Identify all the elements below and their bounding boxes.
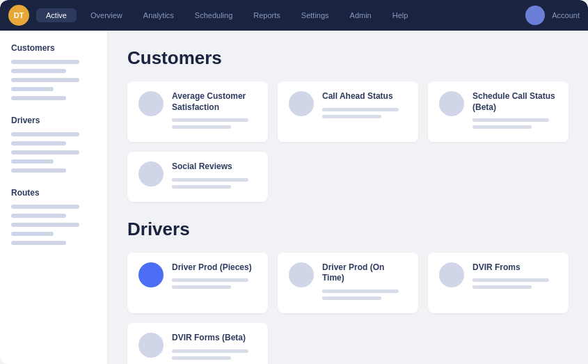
sidebar-customers-title: Customers: [11, 43, 96, 53]
card-line: [472, 118, 549, 122]
card-avatar: [138, 161, 164, 187]
card-line: [172, 349, 248, 353]
nav-user-label: Account: [552, 11, 580, 19]
card-call-ahead-status[interactable]: Call Ahead Status: [278, 81, 418, 142]
nav-tab-analytics[interactable]: Analytics: [136, 8, 181, 22]
sidebar-line[interactable]: [11, 214, 66, 218]
card-line: [322, 108, 399, 111]
card-info: Schedule Call Status (Beta): [472, 91, 557, 132]
customers-section-title: Customers: [127, 47, 569, 69]
sidebar-line[interactable]: [11, 241, 66, 245]
drivers-section-title: Drivers: [127, 219, 569, 240]
top-nav: DT Active Overview Analytics Scheduling …: [0, 0, 588, 31]
sidebar: Customers Drivers Routes: [0, 31, 108, 364]
sidebar-group-customers: Customers: [11, 43, 96, 100]
card-line: [172, 178, 248, 182]
sidebar-line[interactable]: [11, 87, 54, 91]
logo[interactable]: DT: [8, 5, 29, 26]
card-line: [172, 278, 248, 282]
card-driver-prod-pieces[interactable]: Driver Prod (Pieces): [127, 253, 268, 313]
card-line: [322, 115, 381, 118]
card-avatar: [138, 333, 164, 358]
sidebar-line[interactable]: [11, 205, 79, 209]
card-title: Driver Prod (On Time): [322, 262, 407, 284]
avatar[interactable]: [525, 6, 545, 25]
sidebar-group-routes: Routes: [11, 188, 96, 245]
sidebar-line[interactable]: [11, 78, 79, 82]
card-line: [172, 285, 231, 289]
sidebar-group-drivers: Drivers: [11, 116, 96, 173]
card-info: Social Reviews: [172, 161, 257, 192]
nav-tab-active[interactable]: Active: [36, 8, 77, 22]
app-wrapper: DT Active Overview Analytics Scheduling …: [0, 0, 588, 364]
sidebar-line[interactable]: [11, 141, 66, 145]
card-social-reviews[interactable]: Social Reviews: [127, 152, 268, 202]
nav-tab-reports[interactable]: Reports: [246, 8, 287, 22]
card-avatar: [289, 91, 314, 116]
card-title: Call Ahead Status: [322, 91, 407, 102]
card-info: Driver Prod (On Time): [322, 262, 407, 303]
card-line: [172, 125, 231, 129]
card-info: Average Customer Satisfaction: [172, 91, 257, 132]
nav-tab-scheduling[interactable]: Scheduling: [188, 8, 239, 22]
card-line: [472, 278, 549, 282]
card-line: [472, 125, 532, 129]
card-title: Schedule Call Status (Beta): [472, 91, 557, 113]
sidebar-drivers-title: Drivers: [11, 116, 96, 125]
card-line: [322, 296, 381, 300]
card-schedule-call-status[interactable]: Schedule Call Status (Beta): [428, 81, 569, 142]
card-title: DVIR Froms: [472, 262, 557, 274]
nav-tab-help[interactable]: Help: [386, 8, 415, 22]
sidebar-line[interactable]: [11, 159, 54, 164]
card-line: [172, 185, 231, 189]
sidebar-routes-title: Routes: [11, 188, 96, 198]
main-body: Customers Drivers Routes: [0, 31, 588, 364]
nav-tab-overview[interactable]: Overview: [84, 8, 129, 22]
card-dvir-forms-beta[interactable]: DVIR Forms (Beta): [127, 323, 268, 364]
main-content: Customers Average Customer Satisfaction …: [108, 31, 588, 364]
card-line: [322, 290, 399, 293]
sidebar-line[interactable]: [11, 223, 79, 227]
card-info: Call Ahead Status: [322, 91, 407, 122]
card-avg-customer-satisfaction[interactable]: Average Customer Satisfaction: [127, 81, 268, 142]
card-avatar: [289, 262, 314, 287]
drivers-cards-row1: Driver Prod (Pieces) Driver Prod (On Tim…: [127, 253, 569, 313]
sidebar-line[interactable]: [11, 168, 66, 173]
card-line: [472, 285, 532, 289]
nav-tab-settings[interactable]: Settings: [294, 8, 336, 22]
sidebar-line[interactable]: [11, 150, 79, 155]
customers-cards-row2: Social Reviews: [127, 152, 569, 202]
sidebar-line[interactable]: [11, 132, 79, 136]
customers-cards-row1: Average Customer Satisfaction Call Ahead…: [127, 81, 569, 142]
card-avatar: [439, 262, 464, 287]
card-dvir-froms[interactable]: DVIR Froms: [428, 253, 569, 313]
card-avatar: [439, 91, 464, 116]
sidebar-line[interactable]: [11, 60, 79, 64]
card-avatar: [138, 262, 164, 287]
sidebar-line[interactable]: [11, 96, 66, 100]
card-driver-prod-on-time[interactable]: Driver Prod (On Time): [278, 253, 418, 313]
card-info: DVIR Froms: [472, 262, 557, 293]
nav-tab-admin[interactable]: Admin: [343, 8, 379, 22]
card-line: [172, 356, 231, 360]
sidebar-line[interactable]: [11, 69, 66, 73]
card-title: DVIR Forms (Beta): [172, 333, 257, 344]
sidebar-line[interactable]: [11, 232, 54, 236]
card-info: DVIR Forms (Beta): [172, 333, 257, 363]
card-info: Driver Prod (Pieces): [172, 262, 257, 293]
drivers-cards-row2: DVIR Forms (Beta): [127, 323, 569, 364]
card-line: [172, 118, 248, 122]
card-title: Driver Prod (Pieces): [172, 262, 257, 274]
card-title: Social Reviews: [172, 161, 257, 173]
card-avatar: [138, 91, 164, 116]
card-title: Average Customer Satisfaction: [172, 91, 257, 113]
